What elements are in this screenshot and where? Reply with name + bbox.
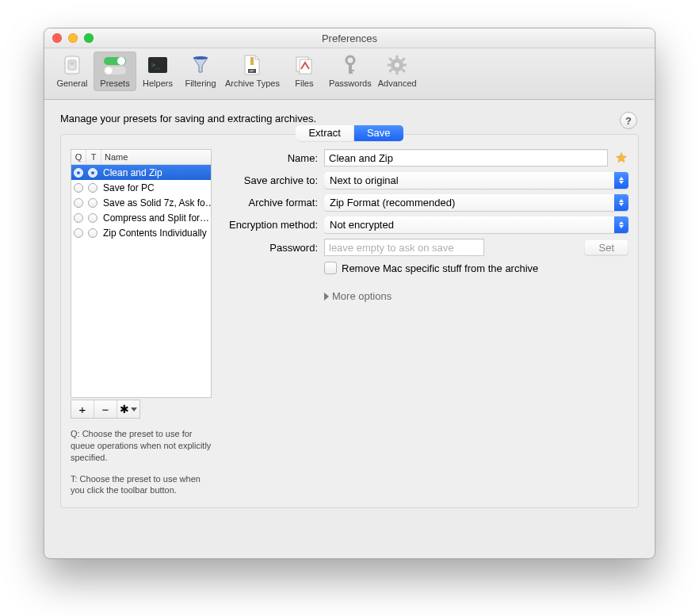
more-options-disclosure[interactable]: More options (324, 290, 628, 302)
svg-point-9 (193, 56, 208, 59)
disclosure-triangle-icon (324, 293, 329, 300)
toolbar-item-label: General (56, 78, 87, 88)
svg-rect-18 (349, 72, 353, 74)
gear-icon (385, 53, 409, 77)
toolbar-item-passwords[interactable]: Passwords (326, 52, 375, 91)
radio-icon (74, 228, 83, 238)
remove-preset-button[interactable]: − (94, 400, 117, 418)
svg-point-15 (346, 56, 354, 64)
q-radio[interactable] (71, 228, 86, 238)
list-toolbar: + − ✱ (71, 400, 140, 419)
gear-icon: ✱ (120, 404, 129, 415)
preset-list: Q T Name Clean and ZipSave for PCSave as… (71, 149, 212, 398)
radio-icon (88, 198, 97, 208)
col-header-t[interactable]: T (86, 150, 101, 164)
updown-arrows-icon (614, 216, 628, 233)
list-item[interactable]: Save for PC (71, 180, 211, 195)
svg-rect-10 (250, 57, 254, 65)
minimize-window-button[interactable] (68, 33, 78, 43)
dropdown-value: Not encrypted (324, 216, 614, 233)
remove-mac-stuff-checkbox[interactable] (324, 262, 337, 274)
radio-icon (74, 198, 83, 208)
traffic-lights (44, 33, 94, 43)
svg-text:ZIP: ZIP (250, 69, 255, 73)
name-field[interactable] (324, 149, 608, 166)
q-radio[interactable] (71, 168, 86, 178)
key-icon (338, 53, 362, 77)
q-radio[interactable] (71, 183, 86, 193)
list-item[interactable]: Zip Contents Individually (71, 225, 211, 240)
toolbar-item-label: Helpers (143, 78, 173, 88)
password-field[interactable] (324, 239, 484, 256)
t-radio[interactable] (86, 168, 100, 178)
radio-icon (88, 183, 97, 193)
files-icon (292, 53, 316, 77)
switch-icon (60, 53, 84, 77)
svg-rect-24 (403, 64, 407, 67)
archive-format-dropdown[interactable]: Zip Format (recommended) (324, 194, 628, 211)
save-extract-segmented: Extract Save (296, 125, 403, 141)
titlebar[interactable]: Preferences (44, 29, 655, 48)
t-radio[interactable] (86, 228, 100, 238)
label-encryption: Encryption method: (223, 219, 318, 231)
toolbar-item-label: Archive Types (225, 78, 280, 88)
toolbar-item-archive-types[interactable]: ZIP Archive Types (222, 52, 283, 91)
set-password-button[interactable]: Set (584, 239, 628, 255)
radio-icon (88, 228, 97, 238)
toolbar-item-label: Presets (100, 78, 129, 88)
preferences-window: Preferences General Presets >_ Helpers (44, 28, 655, 559)
preset-name: Compress and Split for… (100, 212, 211, 224)
label-password: Password: (223, 242, 318, 254)
list-item[interactable]: Compress and Split for… (71, 210, 211, 225)
preset-name: Zip Contents Individually (100, 228, 211, 239)
svg-text:>_: >_ (151, 61, 160, 69)
t-radio[interactable] (86, 183, 100, 193)
q-radio[interactable] (71, 198, 86, 208)
col-header-name[interactable]: Name (101, 150, 211, 164)
favorite-star-icon[interactable] (614, 151, 628, 165)
preset-name: Save for PC (100, 182, 211, 193)
svg-rect-21 (396, 55, 399, 59)
list-item[interactable]: Save as Solid 7z, Ask fo… (71, 195, 211, 210)
toolbar-item-general[interactable]: General (51, 52, 94, 91)
preset-actions-menu[interactable]: ✱ (117, 400, 139, 418)
svg-point-4 (117, 57, 125, 65)
help-button[interactable]: ? (620, 112, 637, 129)
svg-rect-2 (70, 62, 74, 65)
plus-icon: + (79, 404, 86, 415)
terminal-icon: >_ (146, 53, 170, 77)
label-name: Name: (223, 152, 318, 164)
svg-rect-14 (300, 59, 311, 74)
save-to-dropdown[interactable]: Next to original (324, 172, 628, 189)
radio-icon (88, 168, 97, 178)
funnel-icon (189, 53, 212, 77)
encryption-dropdown[interactable]: Not encrypted (324, 216, 628, 233)
toggle-icon (103, 53, 127, 77)
chevron-down-icon (131, 407, 137, 411)
toolbar-item-advanced[interactable]: Advanced (375, 52, 420, 91)
svg-rect-23 (388, 64, 392, 67)
dropdown-value: Zip Format (recommended) (324, 194, 614, 211)
toolbar-item-label: Passwords (329, 78, 372, 88)
col-header-q[interactable]: Q (71, 150, 86, 164)
toolbar-item-files[interactable]: Files (283, 52, 326, 91)
zoom-window-button[interactable] (84, 33, 94, 43)
seg-extract[interactable]: Extract (296, 125, 353, 141)
seg-save[interactable]: Save (354, 125, 403, 141)
preset-list-header: Q T Name (71, 150, 211, 165)
preset-name: Clean and Zip (100, 167, 211, 178)
add-preset-button[interactable]: + (71, 400, 94, 418)
toolbar-item-label: Filtering (185, 78, 216, 88)
t-radio[interactable] (86, 213, 100, 223)
label-save-to: Save archive to: (223, 174, 318, 186)
close-window-button[interactable] (52, 33, 62, 43)
toolbar-item-presets[interactable]: Presets (94, 52, 136, 91)
radio-icon (74, 213, 83, 223)
toolbar-item-filtering[interactable]: Filtering (179, 52, 222, 91)
q-radio[interactable] (71, 213, 86, 223)
list-item[interactable]: Clean and Zip (71, 165, 211, 180)
toolbar-item-helpers[interactable]: >_ Helpers (136, 52, 179, 91)
presets-frame: Extract Save Q T Name Clean and ZipSave … (60, 134, 639, 508)
svg-rect-22 (396, 71, 399, 75)
t-radio[interactable] (86, 198, 100, 208)
